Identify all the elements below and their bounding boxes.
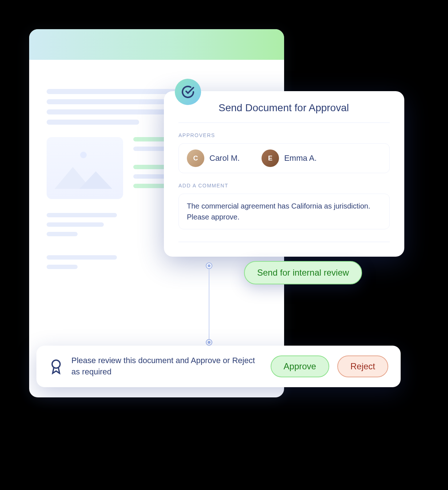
avatar: E — [262, 149, 279, 167]
avatar: C — [187, 149, 204, 167]
approve-button[interactable]: Approve — [271, 355, 329, 377]
review-prompt: Please review this document and Approve … — [71, 355, 263, 378]
workflow-node-icon — [206, 262, 212, 269]
reject-button[interactable]: Reject — [337, 355, 388, 377]
svg-point-0 — [52, 360, 60, 368]
ribbon-icon — [49, 358, 63, 374]
approvers-label: APPROVERS — [178, 132, 390, 138]
document-header-gradient — [29, 29, 284, 60]
workflow-node-icon — [206, 339, 212, 346]
approver-item[interactable]: E Emma A. — [262, 149, 317, 167]
modal-title: Send Document for Approval — [178, 91, 390, 123]
send-for-review-button[interactable]: Send for internal review — [244, 261, 362, 284]
checkmark-badge-icon — [175, 79, 201, 105]
comment-label: ADD A COMMENT — [178, 183, 390, 188]
approver-name: Emma A. — [284, 153, 317, 163]
approver-name: Carol M. — [209, 153, 240, 163]
workflow-connector — [209, 265, 209, 342]
comment-input[interactable]: The commercial agreement has California … — [178, 194, 390, 229]
send-for-approval-modal: Send Document for Approval APPROVERS C C… — [164, 91, 404, 257]
approver-item[interactable]: C Carol M. — [187, 149, 240, 167]
review-action-bar: Please review this document and Approve … — [36, 346, 401, 387]
approvers-box[interactable]: C Carol M. E Emma A. — [178, 143, 390, 173]
image-placeholder-icon — [47, 137, 123, 199]
